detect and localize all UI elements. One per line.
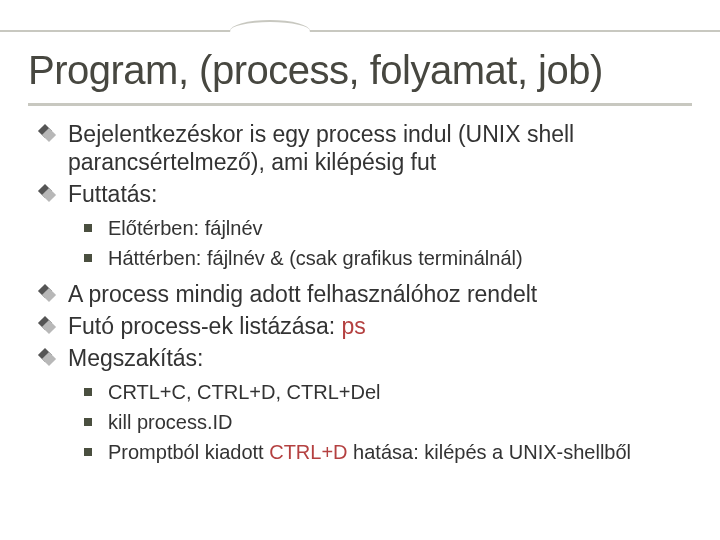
square-bullet-icon — [84, 418, 92, 426]
top-decoration-line — [0, 30, 720, 32]
diamond-bullet-icon — [40, 186, 55, 201]
sub-list-item: Promptból kiadott CTRL+D hatása: kilépés… — [84, 438, 692, 466]
sub-list-item-text: Előtérben: fájlnév — [108, 217, 263, 239]
diamond-bullet-icon — [40, 318, 55, 333]
list-item: Bejelentkezéskor is egy process indul (U… — [40, 120, 692, 176]
list-item: Futó process-ek listázása: ps — [40, 312, 692, 340]
list-item-text: Futó process-ek listázása: — [68, 313, 342, 339]
title-divider — [28, 103, 692, 106]
list-item-text: Futtatás: — [68, 181, 157, 207]
list-item: Futtatás: — [40, 180, 692, 208]
square-bullet-icon — [84, 448, 92, 456]
sub-list-item: Előtérben: fájlnév — [84, 214, 692, 242]
diamond-bullet-icon — [40, 126, 55, 141]
sub-list-item-text: Háttérben: fájlnév & (csak grafikus term… — [108, 247, 523, 269]
sub-list-item-text: Promptból kiadott — [108, 441, 269, 463]
square-bullet-icon — [84, 224, 92, 232]
list-item-text: Megszakítás: — [68, 345, 204, 371]
command-text: CTRL+D — [269, 441, 347, 463]
slide-title: Program, (process, folyamat, job) — [28, 48, 692, 93]
slide: Program, (process, folyamat, job) Bejele… — [0, 0, 720, 540]
sub-list-item-text: CRTL+C, CTRL+D, CTRL+Del — [108, 381, 380, 403]
sub-list-item: Háttérben: fájlnév & (csak grafikus term… — [84, 244, 692, 272]
main-list: Bejelentkezéskor is egy process indul (U… — [28, 120, 692, 466]
diamond-bullet-icon — [40, 286, 55, 301]
sub-list: Előtérben: fájlnév Háttérben: fájlnév & … — [40, 214, 692, 272]
list-item: Megszakítás: — [40, 344, 692, 372]
sub-list-item-text: kill process.ID — [108, 411, 232, 433]
sub-list-item: CRTL+C, CTRL+D, CTRL+Del — [84, 378, 692, 406]
sub-list-item: kill process.ID — [84, 408, 692, 436]
list-item: A process mindig adott felhasználóhoz re… — [40, 280, 692, 308]
sub-list: CRTL+C, CTRL+D, CTRL+Del kill process.ID… — [40, 378, 692, 466]
square-bullet-icon — [84, 388, 92, 396]
command-text: ps — [342, 313, 366, 339]
square-bullet-icon — [84, 254, 92, 262]
list-item-text: Bejelentkezéskor is egy process indul (U… — [68, 121, 574, 175]
list-item-text: A process mindig adott felhasználóhoz re… — [68, 281, 537, 307]
diamond-bullet-icon — [40, 350, 55, 365]
sub-list-item-text: hatása: kilépés a UNIX-shellből — [348, 441, 631, 463]
